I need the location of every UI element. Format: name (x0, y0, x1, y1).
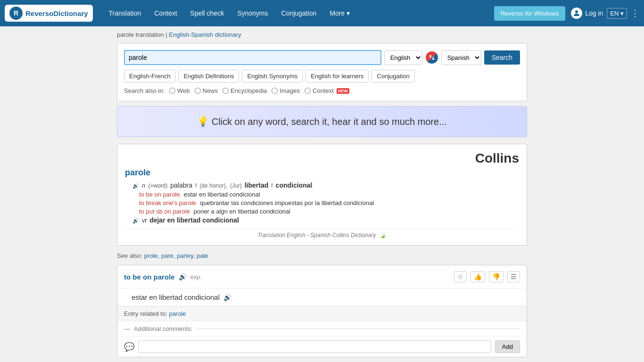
search-also-web[interactable]: Web (169, 87, 190, 94)
phrase-trans-2: quebrantar las condiciones impuestas por… (200, 199, 374, 206)
search-also-context[interactable]: ContextNEW (305, 87, 349, 94)
nav-more[interactable]: More ▾ (323, 0, 356, 26)
expression-menu-button[interactable]: ☰ (507, 271, 520, 282)
expression-translation-row: estar en libertad condicional 🔊 (117, 288, 527, 306)
entry-gender2: f (271, 182, 272, 189)
entry-related-link[interactable]: parole (169, 310, 186, 317)
phrase-link-2[interactable]: to break one's parole (139, 199, 196, 206)
see-also: See also: prole, pare, parley, pale (117, 252, 527, 259)
dash-separator: — (124, 325, 130, 332)
source-lang-select[interactable]: English (384, 50, 422, 65)
expression-thumbsup-button[interactable]: 👍 (471, 271, 485, 282)
expression-translation: estar en libertad condicional (132, 293, 220, 301)
search-row: English Spanish Search (124, 50, 520, 65)
entry-vt-row: 🔊 vt dejar en libertad condicional (132, 216, 519, 224)
user-area: Log in (571, 8, 603, 19)
see-also-pale[interactable]: pale (197, 252, 208, 259)
expression-thumbsdown-button[interactable]: 👎 (489, 271, 504, 282)
entry-phrase-3: to put sb on parole poner a algn en libe… (139, 208, 519, 215)
expression-section: to be on parole 🔊 exp. ☆ 👍 👎 ☰ estar en … (117, 265, 527, 357)
entry-vt-speaker-icon[interactable]: 🔊 (132, 218, 139, 224)
entry-jur: (Jur) (230, 182, 242, 189)
entry-trans-word1: palabra (170, 181, 192, 189)
collins-header: Collins (125, 151, 519, 166)
main-content: parole translation | English-Spanish dic… (110, 26, 534, 362)
dict-btn-conjugation[interactable]: Conjugation (372, 70, 414, 82)
collins-footer-text: Translation English - Spanish Collins Di… (257, 232, 376, 239)
search-button[interactable]: Search (484, 50, 520, 65)
more-options-icon[interactable]: ⋮ (631, 8, 639, 18)
entry-phrase-2: to break one's parole quebrantar las con… (139, 199, 519, 206)
breadcrumb-link[interactable]: English-Spanish dictionary (169, 31, 241, 38)
comment-input[interactable] (138, 340, 491, 353)
reverso-windows-button[interactable]: Reverso for Windows (494, 6, 566, 21)
add-comment-button[interactable]: Add (495, 340, 520, 353)
collins-logo: Collins (475, 151, 519, 166)
search-input[interactable] (124, 50, 381, 65)
expression-translation-audio-button[interactable]: 🔊 (223, 294, 231, 301)
dict-btn-definitions[interactable]: English Definitions (178, 70, 239, 82)
search-also-label: Search also in: (124, 87, 165, 94)
entry-qualifier: (de honor), (199, 182, 227, 189)
nav-conjugation[interactable]: Conjugation (275, 0, 323, 26)
promo-text: Click on any word, search it, hear it an… (212, 116, 447, 127)
swap-languages-button[interactable] (425, 51, 438, 64)
login-link[interactable]: Log in (585, 9, 603, 17)
dict-btn-french[interactable]: English-French (124, 70, 175, 82)
entry-trans-word3: condicional (276, 181, 313, 189)
dict-btn-learners[interactable]: English for learners (305, 70, 369, 82)
phrase-trans-1: estar en libertad condicional (184, 191, 260, 198)
expression-header: to be on parole 🔊 exp. ☆ 👍 👎 ☰ (117, 265, 527, 288)
expression-star-button[interactable]: ☆ (454, 271, 467, 282)
phrase-link-3[interactable]: to put sb on parole (139, 208, 190, 215)
nav-context[interactable]: Context (148, 0, 183, 26)
breadcrumb: parole translation | English-Spanish dic… (117, 31, 527, 38)
nav-translation[interactable]: Translation (102, 0, 148, 26)
language-selector[interactable]: EN ▾ (607, 8, 627, 19)
search-also-images[interactable]: Images (272, 87, 300, 94)
expression-phrase[interactable]: to be on parole (124, 273, 175, 281)
comment-input-row: 💬 Add (117, 336, 527, 357)
expression-actions: ☆ 👍 👎 ☰ (454, 271, 520, 282)
entry-related-label: Entry related to: (124, 310, 167, 317)
search-also: Search also in: Web News Encyclopedia Im… (124, 87, 520, 94)
promo-icon: 💡 (197, 116, 209, 127)
see-also-prole[interactable]: prole (144, 252, 158, 259)
expression-type: exp. (190, 273, 202, 280)
entry-speaker-icon[interactable]: 🔊 (132, 183, 139, 189)
dict-buttons: English-French English Definitions Engli… (124, 70, 520, 82)
entry-related: Entry related to: parole (117, 306, 527, 321)
logo[interactable]: R ReversoDictionary (5, 5, 93, 22)
search-box: English Spanish Search English-French En… (117, 43, 527, 101)
entry-vt-translation: dejar en libertad condicional (149, 216, 239, 224)
logo-icon: R (9, 7, 23, 20)
search-also-news[interactable]: News (195, 87, 218, 94)
expression-audio-button[interactable]: 🔊 (179, 273, 187, 280)
entry-pos: n (142, 182, 145, 189)
entry-main-row: 🔊 n (=word) palabra f (de honor), (Jur) … (132, 181, 519, 189)
entry-eq: (=word) (148, 182, 167, 189)
search-also-encyclopedia[interactable]: Encyclopedia (223, 87, 267, 94)
dict-btn-synonyms[interactable]: English Synonyms (242, 70, 303, 82)
additional-comments-label: — Additional comments: (117, 321, 527, 336)
nav-synonyms[interactable]: Synonyms (231, 0, 274, 26)
entry-trans-word2: libertad (245, 181, 269, 189)
expression-title: to be on parole 🔊 exp. (124, 273, 202, 281)
collins-leaf-icon: 🍃 (380, 232, 387, 239)
swap-icon (426, 51, 438, 64)
breadcrumb-text: parole translation (117, 31, 164, 38)
additional-comments-text: Additional comments: (134, 325, 192, 332)
see-also-parley[interactable]: parley (177, 252, 193, 259)
entry-phrase-1: to be on parole estar en libertad condic… (139, 191, 519, 198)
logo-text: ReversoDictionary (25, 9, 88, 17)
entry-headword[interactable]: parole (125, 168, 519, 178)
phrase-link-1[interactable]: to be on parole (139, 191, 180, 198)
svg-point-0 (575, 10, 578, 13)
target-lang-select[interactable]: Spanish (441, 50, 481, 65)
phrase-trans-3: poner a algn en libertad condicional (194, 208, 290, 215)
entry-gender1: f (195, 182, 197, 189)
see-also-pare[interactable]: pare (161, 252, 173, 259)
entry-vt-label: vt (142, 217, 147, 224)
new-badge: NEW (337, 88, 349, 94)
nav-spellcheck[interactable]: Spell check (184, 0, 231, 26)
